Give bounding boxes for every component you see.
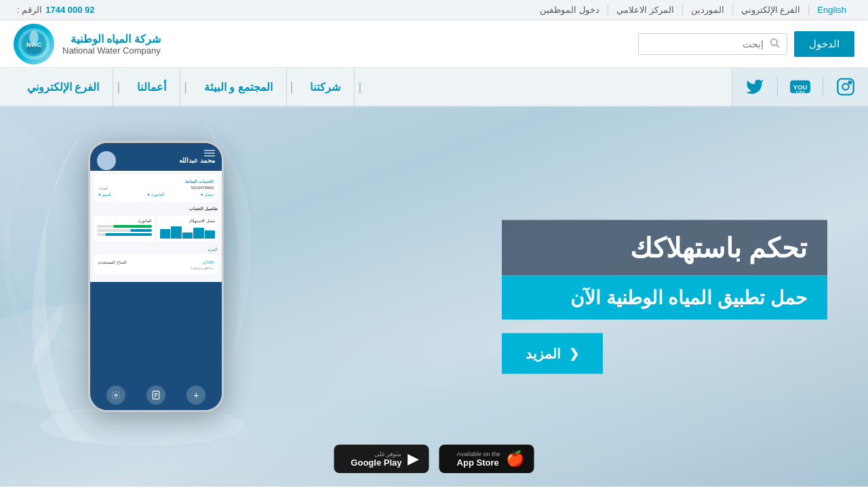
social-divider-1 (823, 77, 823, 97)
phone-invoice-icon (146, 386, 165, 405)
nav-community-environment[interactable]: المجتمع و البيئة (191, 68, 287, 106)
instagram-icon[interactable] (833, 75, 858, 99)
svg-point-21 (115, 394, 117, 396)
phone-card-stats: 150 ل. المتاح المستخدم مناطق مرصودة (94, 254, 218, 274)
nav-separator-3: | (180, 80, 191, 94)
hero-title-box: تحكم باستهلاكك (502, 220, 827, 276)
svg-text:NWC: NWC (26, 41, 41, 48)
nav-our-business[interactable]: أعمالنا (123, 68, 180, 106)
electronic-branch-link[interactable]: الفرع الإلكتروني (732, 5, 809, 15)
header-left: الدخول (638, 31, 854, 57)
hero-section: محمد عبدالله الخدمات المتاحة 5243478960 (0, 107, 868, 487)
phone-container: محمد عبدالله الخدمات المتاحة 5243478960 (54, 121, 312, 473)
phone-settings-icon (106, 386, 125, 405)
nav-our-company[interactable]: شركتنا (296, 68, 355, 106)
phone-chart-area: معدل الاستهلاك الفاتورة (94, 213, 218, 244)
social-section: YOU TUBE (732, 68, 868, 106)
social-divider-2 (777, 77, 778, 97)
appstore-text: Available on the App Store (457, 451, 500, 468)
googleplay-badge[interactable]: ▶ متوفر على Google Play (334, 445, 429, 473)
logo-circle[interactable]: NWC (14, 24, 54, 64)
appstore-big-text: App Store (457, 458, 500, 468)
phone-card-1: الخدمات المتاحة 5243478960 العداد سجل ● … (94, 175, 218, 202)
top-bar-phone: 1744 000 92 الرقم : (14, 5, 95, 15)
nav-separator-1: | (355, 80, 365, 94)
header: الدخول شركة المياه الوطنية National Wate… (0, 20, 868, 68)
phone-section-label: تفاصيل الحساب (94, 206, 218, 211)
phone-avatar (97, 151, 116, 170)
svg-point-0 (771, 39, 777, 45)
nav-electronic-branch[interactable]: الفرع الإلكتروني (14, 68, 113, 106)
phone-add-icon: + (186, 386, 205, 405)
svg-text:TUBE: TUBE (795, 90, 806, 94)
apple-icon: 🍎 (506, 450, 524, 468)
more-button[interactable]: ❮ المزيد (502, 333, 603, 374)
phone-more-link[interactable]: المزيد (94, 247, 218, 251)
twitter-icon[interactable] (743, 75, 767, 99)
search-input[interactable] (648, 39, 764, 49)
hero-subtitle: حمل تطبيق المياه الوطنية الآن (522, 287, 807, 309)
phone-label: الرقم : (17, 5, 42, 15)
logo-area: شركة المياه الوطنية National Water Compa… (14, 24, 161, 64)
chart-bar-container (160, 225, 215, 239)
top-bar: English الفرع الإلكتروني الموردين المركز… (0, 0, 868, 20)
svg-line-1 (776, 45, 778, 47)
phone-chart-allowance: الفاتورة (94, 216, 155, 241)
english-link[interactable]: English (808, 5, 854, 15)
hero-title: تحكم باستهلاكك (522, 232, 807, 264)
appstore-small-text: Available on the (457, 451, 500, 458)
appstore-badge[interactable]: 🍎 Available on the App Store (439, 445, 534, 473)
logo-english-name: National Water Company (62, 45, 161, 56)
nav-separator-2: | (287, 80, 297, 94)
app-badges: 🍎 Available on the App Store ▶ متوفر على… (334, 445, 534, 473)
phone-screen: محمد عبدالله الخدمات المتاحة 5243478960 (90, 143, 222, 410)
phone-chart-consumption: معدل الاستهلاك (157, 216, 218, 241)
googleplay-big-text: Google Play (351, 458, 401, 468)
more-button-label: المزيد (526, 346, 561, 362)
hero-subtitle-box: حمل تطبيق المياه الوطنية الآن (502, 276, 827, 320)
main-nav: | شركتنا | المجتمع و البيئة | أعمالنا | … (0, 68, 732, 106)
logo-text: شركة المياه الوطنية National Water Compa… (62, 33, 161, 56)
suppliers-link[interactable]: الموردين (682, 5, 732, 15)
chevron-left-icon: ❮ (569, 346, 579, 361)
employee-login-link[interactable]: دخول الموظفين (532, 5, 608, 15)
logo-arabic-name: شركة المياه الوطنية (62, 33, 161, 45)
hero-text-area: تحكم باستهلاكك حمل تطبيق المياه الوطنية … (502, 220, 827, 374)
top-bar-left-links: English الفرع الإلكتروني الموردين المركز… (532, 5, 854, 15)
youtube-icon[interactable]: YOU TUBE (788, 75, 812, 99)
phone-mockup: محمد عبدالله الخدمات المتاحة 5243478960 (88, 141, 224, 412)
login-button[interactable]: الدخول (794, 31, 854, 57)
nav-social-bar: YOU TUBE | شركتنا | المجتمع و البيئة | أ… (0, 68, 868, 107)
googleplay-icon: ▶ (408, 450, 419, 468)
googleplay-text: متوفر على Google Play (351, 451, 401, 468)
search-bar (638, 33, 787, 55)
phone-bottom-bar: + (90, 380, 222, 410)
search-icon[interactable] (769, 37, 780, 51)
phone-header: محمد عبدالله (90, 143, 222, 171)
svg-point-8 (842, 83, 848, 89)
googleplay-small-text: متوفر على (351, 451, 401, 458)
media-center-link[interactable]: المركز الاعلامي (608, 5, 682, 15)
phone-number: 1744 000 92 (45, 5, 94, 15)
svg-point-9 (849, 81, 852, 84)
phone-body: الخدمات المتاحة 5243478960 العداد سجل ● … (90, 171, 222, 282)
nav-separator-4: | (113, 80, 123, 94)
